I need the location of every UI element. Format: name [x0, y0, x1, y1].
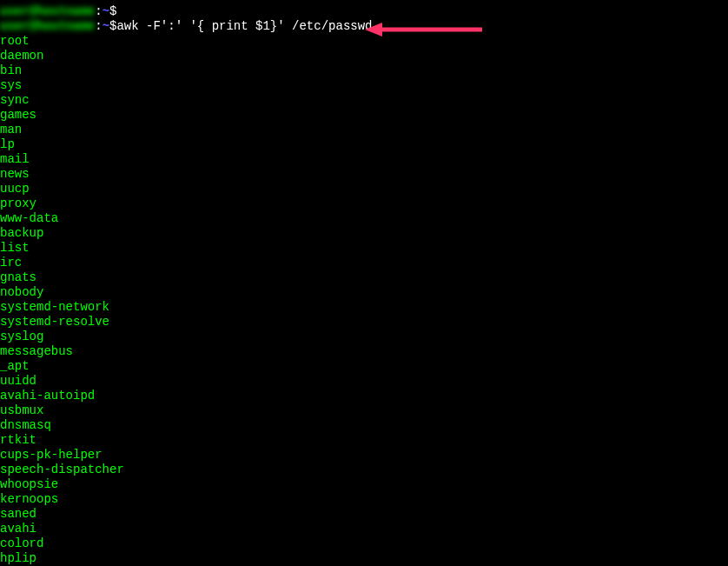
output-user: www-data: [0, 211, 728, 226]
output-user: backup: [0, 226, 728, 241]
output-user: colord: [0, 536, 728, 551]
command-output: root daemon bin sys sync games man lp ma…: [0, 34, 728, 566]
output-user: cups-pk-helper: [0, 448, 728, 463]
output-user: games: [0, 108, 728, 123]
dollar-sign: $: [109, 19, 116, 34]
output-user: gnats: [0, 270, 728, 285]
output-user: bin: [0, 63, 728, 78]
output-user: sync: [0, 93, 728, 108]
output-user: news: [0, 167, 728, 182]
prompt-line-2: user@hostname : ~ $ awk -F':' '{ print $…: [0, 19, 728, 34]
output-user: rtkit: [0, 433, 728, 448]
output-user: sys: [0, 78, 728, 93]
terminal-output[interactable]: user@hostname : ~ $ user@hostname : ~ $ …: [0, 0, 728, 566]
output-user: daemon: [0, 49, 728, 63]
output-user: _apt: [0, 359, 728, 374]
output-user: messagebus: [0, 344, 728, 359]
output-user: avahi-autoipd: [0, 389, 728, 403]
output-user: hplip: [0, 551, 728, 566]
output-user: uuidd: [0, 374, 728, 389]
output-user: man: [0, 123, 728, 137]
output-user: dnsmasq: [0, 418, 728, 433]
user-host-label: user@hostname: [0, 19, 95, 34]
path-label: ~: [103, 4, 109, 19]
user-host-label: user@hostname: [0, 4, 95, 19]
path-label: ~: [103, 19, 109, 34]
colon-separator: :: [95, 19, 102, 34]
output-user: avahi: [0, 522, 728, 536]
colon-separator: :: [95, 4, 102, 19]
command-text: awk -F':' '{ print $1}' /etc/passwd: [116, 19, 372, 34]
dollar-sign: $: [109, 4, 116, 19]
output-user: whoopsie: [0, 477, 728, 492]
output-user: syslog: [0, 330, 728, 344]
output-user: saned: [0, 507, 728, 522]
output-user: list: [0, 241, 728, 256]
output-user: irc: [0, 256, 728, 270]
output-user: nobody: [0, 285, 728, 300]
output-user: usbmux: [0, 403, 728, 418]
output-user: uucp: [0, 182, 728, 196]
output-user: speech-dispatcher: [0, 463, 728, 477]
output-user: kernoops: [0, 492, 728, 507]
output-user: mail: [0, 152, 728, 167]
output-user: systemd-resolve: [0, 315, 728, 330]
output-user: proxy: [0, 196, 728, 211]
output-user: lp: [0, 137, 728, 152]
output-user: root: [0, 34, 728, 49]
prompt-line-1: user@hostname : ~ $: [0, 4, 728, 19]
output-user: systemd-network: [0, 300, 728, 315]
